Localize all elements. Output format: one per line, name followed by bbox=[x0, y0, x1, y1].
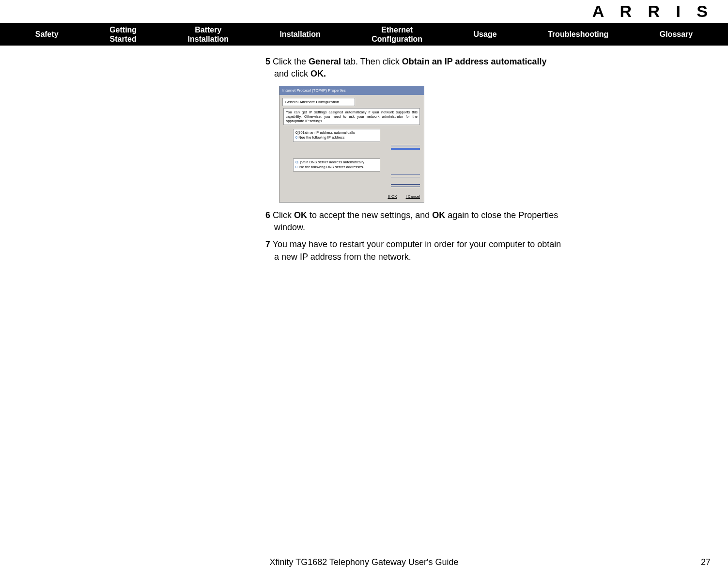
dialog-tabs: General Alternate Configuration bbox=[282, 98, 355, 106]
step-6-text-c: to accept the new settings, and bbox=[307, 210, 432, 220]
nav-battery-l2: Installation bbox=[188, 34, 229, 44]
nav-installation[interactable]: Installation bbox=[279, 30, 320, 39]
radio-obtain-dns: Q. [Vain DNS server address automaticall… bbox=[295, 160, 378, 165]
radio-obtain-dns-marker: Q. bbox=[295, 160, 299, 164]
dialog-cancel-label: Cancel bbox=[408, 194, 420, 199]
nav-getting-started-l2: Started bbox=[109, 34, 137, 44]
step-6-bold-ok1: OK bbox=[294, 210, 307, 220]
nav-getting-started[interactable]: Getting Started bbox=[109, 25, 137, 44]
step-6-number: 6 bbox=[265, 210, 270, 220]
step-5-text-c: tab. Then click bbox=[341, 57, 402, 66]
step-7: 7 You may have to restart your computer … bbox=[265, 238, 713, 263]
extra-field-1 bbox=[283, 184, 420, 185]
radio-use-dns-label: Ilse the following DNS server addresses. bbox=[297, 165, 364, 169]
tcpip-dialog-figure: Internet Protocol (TCP/IP) Properties Ge… bbox=[279, 86, 424, 203]
step-7-text-b: a new IP address from the network. bbox=[274, 251, 713, 263]
nav-safety[interactable]: Safety bbox=[35, 30, 59, 39]
step-6-text-e: again to close the Properties bbox=[445, 210, 558, 220]
step-6-text-f: window. bbox=[274, 221, 713, 234]
dns-field-1 bbox=[283, 174, 420, 175]
step-6-text-a: Click bbox=[270, 210, 294, 220]
step-5: 5 Click the General tab. Then click Obta… bbox=[265, 56, 713, 80]
brand-logo: A R R I S bbox=[592, 2, 713, 21]
dns-radio-group: Q. [Vain DNS server address automaticall… bbox=[293, 158, 380, 172]
dns-field-2 bbox=[283, 177, 420, 177]
step-5-bold-ok: OK. bbox=[310, 69, 326, 79]
step-7-text-a: You may have to restart your computer in… bbox=[270, 239, 561, 249]
nav-battery-installation[interactable]: Battery Installation bbox=[188, 25, 229, 44]
top-nav: Safety Getting Started Battery Installat… bbox=[0, 23, 728, 46]
dialog-titlebar: Internet Protocol (TCP/IP) Properties bbox=[279, 86, 424, 94]
ip-radio-group: 0[961ain an IP address automalicallo 0 N… bbox=[293, 129, 380, 142]
footer-title: Xfinity TG1682 Telephony Gateway User's … bbox=[0, 557, 728, 567]
step-6-bold-ok2: OK bbox=[432, 210, 445, 220]
step-5-number: 5 bbox=[265, 57, 270, 66]
nav-troubleshooting[interactable]: Troubleshooting bbox=[548, 30, 608, 39]
radio-obtain-dns-label: [Vain DNS server address automatically bbox=[299, 160, 364, 164]
dialog-body: You can get IP settings assigned automat… bbox=[279, 106, 424, 193]
step-7-number: 7 bbox=[265, 239, 270, 249]
dialog-cancel-button: I Cancel bbox=[406, 194, 420, 199]
step-6: 6 Click OK to accept the new settings, a… bbox=[265, 209, 713, 234]
nav-usage[interactable]: Usage bbox=[474, 30, 497, 39]
dialog-info-text: You can get IP settings assigned automat… bbox=[283, 108, 420, 125]
ip-field-1 bbox=[283, 145, 420, 146]
nav-ethernet-configuration[interactable]: Ethernet Configuration bbox=[372, 25, 422, 44]
extra-field-2 bbox=[283, 187, 420, 187]
nav-battery-l1: Battery bbox=[188, 25, 229, 34]
step-5-text-a: Click the bbox=[270, 57, 309, 66]
radio-use-ip: 0 Nee the following IP address bbox=[295, 135, 378, 141]
ip-field-2 bbox=[283, 148, 420, 150]
dialog-ok-prefix: E bbox=[388, 194, 392, 199]
nav-ethernet-l2: Configuration bbox=[372, 34, 422, 44]
step-5-text-e: and click bbox=[274, 69, 310, 79]
step-5-bold-general: General bbox=[309, 57, 341, 66]
dialog-button-row: E OK I Cancel bbox=[279, 193, 424, 202]
nav-glossary[interactable]: Glossary bbox=[660, 30, 693, 39]
page-number: 27 bbox=[701, 557, 711, 567]
dialog-ok-label: OK bbox=[391, 194, 397, 199]
radio-use-ip-label: Nee the following IP address bbox=[297, 135, 344, 140]
step-5-bold-obtain: Obtain an IP address automatically bbox=[402, 57, 547, 66]
radio-use-dns: 0 Ilse the following DNS server addresse… bbox=[295, 165, 378, 170]
nav-ethernet-l1: Ethernet bbox=[372, 25, 422, 34]
radio-obtain-ip: 0[961ain an IP address automalicallo bbox=[295, 130, 378, 136]
main-content: 5 Click the General tab. Then click Obta… bbox=[265, 56, 713, 268]
dialog-ok-button: E OK bbox=[388, 194, 397, 199]
nav-getting-started-l1: Getting bbox=[109, 25, 137, 34]
